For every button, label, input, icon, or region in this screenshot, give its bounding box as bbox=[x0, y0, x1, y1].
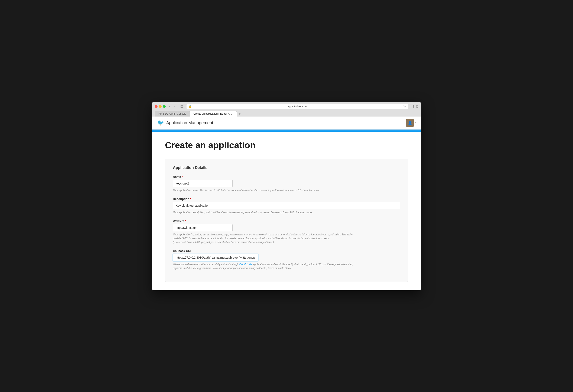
tab-rh-sso[interactable]: RH-SSO Admin Console bbox=[155, 111, 190, 117]
website-required-star: * bbox=[185, 220, 186, 223]
name-required-star: * bbox=[182, 175, 183, 179]
sidebar-button[interactable]: ⊡ bbox=[179, 104, 184, 109]
reload-button[interactable]: ↻ bbox=[403, 105, 406, 108]
website-input[interactable] bbox=[173, 224, 233, 231]
url-bar[interactable]: 🔒 apps.twitter.com ↻ bbox=[187, 104, 408, 109]
back-button[interactable]: ‹ bbox=[168, 104, 171, 109]
section-title: Application Details bbox=[173, 166, 400, 170]
user-avatar-wrapper[interactable]: 👤 ▾ bbox=[406, 119, 416, 127]
browser-titlebar: ‹ › ⊡ 🔒 apps.twitter.com ↻ ⬆ ⧉ bbox=[155, 104, 418, 109]
form-card: Application Details Name* Your applicati… bbox=[165, 159, 408, 282]
traffic-lights bbox=[155, 105, 166, 108]
website-field-group: Website* Your application's publicly acc… bbox=[173, 220, 400, 244]
website-help-text-1: Your application's publicly accessible h… bbox=[173, 233, 356, 244]
name-help-text: Your application name. This is used to a… bbox=[173, 188, 356, 192]
avatar: 👤 bbox=[406, 119, 414, 127]
callback-label: Callback URL bbox=[173, 249, 400, 253]
browser-window: ‹ › ⊡ 🔒 apps.twitter.com ↻ ⬆ ⧉ RH-SSO Ad… bbox=[152, 102, 421, 290]
website-label: Website* bbox=[173, 220, 400, 223]
main-content: Create an application Application Detail… bbox=[152, 132, 421, 290]
site-header: 🐦 Application Management 👤 ▾ bbox=[152, 117, 421, 130]
blue-banner bbox=[152, 130, 421, 132]
tab-twitter-app[interactable]: Create an application | Twitter Applicat… bbox=[190, 111, 237, 117]
oauth-link[interactable]: OAuth 1.0a bbox=[239, 263, 252, 266]
description-input[interactable] bbox=[173, 202, 400, 209]
name-field-group: Name* Your application name. This is use… bbox=[173, 175, 400, 192]
minimize-button[interactable] bbox=[159, 105, 161, 108]
page-title: Create an application bbox=[165, 140, 408, 150]
browser-chrome: ‹ › ⊡ 🔒 apps.twitter.com ↻ ⬆ ⧉ RH-SSO Ad… bbox=[152, 102, 421, 117]
close-button[interactable] bbox=[155, 105, 158, 108]
new-tab-button[interactable]: + bbox=[237, 112, 243, 116]
twitter-bird-icon: 🐦 bbox=[157, 119, 164, 126]
callback-url-input[interactable] bbox=[173, 254, 258, 261]
site-title: Application Management bbox=[166, 120, 213, 125]
tab-overview-button[interactable]: ⧉ bbox=[416, 104, 418, 108]
maximize-button[interactable] bbox=[163, 105, 166, 108]
forward-button[interactable]: › bbox=[172, 104, 176, 109]
browser-actions: ⬆ ⧉ bbox=[412, 104, 418, 108]
browser-tabs: RH-SSO Admin Console Create an applicati… bbox=[155, 111, 418, 117]
share-button[interactable]: ⬆ bbox=[412, 104, 415, 108]
site-logo: 🐦 Application Management bbox=[157, 119, 213, 126]
browser-content: 🐦 Application Management 👤 ▾ Create an a… bbox=[152, 117, 421, 290]
chevron-down-icon: ▾ bbox=[415, 122, 416, 124]
description-help-text: Your application description, which will… bbox=[173, 210, 356, 214]
callback-field-group: Callback URL Where should we return afte… bbox=[173, 249, 400, 270]
url-text: apps.twitter.com bbox=[193, 105, 402, 108]
lock-icon: 🔒 bbox=[189, 105, 192, 108]
nav-buttons: ‹ › bbox=[168, 104, 176, 109]
callback-help-text: Where should we return after successfull… bbox=[173, 262, 356, 270]
name-label: Name* bbox=[173, 175, 400, 179]
description-required-star: * bbox=[190, 197, 191, 201]
description-field-group: Description* Your application descriptio… bbox=[173, 197, 400, 214]
name-input[interactable] bbox=[173, 180, 233, 187]
description-label: Description* bbox=[173, 197, 400, 201]
